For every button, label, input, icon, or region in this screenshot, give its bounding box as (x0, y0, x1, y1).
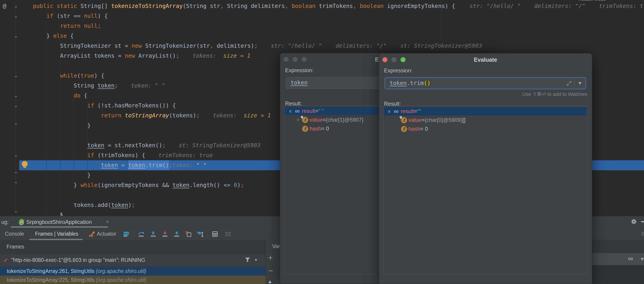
fold-marker-icon[interactable]: ⌄ (13, 152, 19, 158)
scroll-up-icon[interactable]: ▲ (268, 279, 272, 284)
frames-panel-title: Frames (6, 244, 24, 250)
inline-debugger-hint: tokens: size = 1 (192, 51, 250, 61)
intention-lightbulb-icon[interactable] (22, 161, 28, 167)
expression-input[interactable]: token.trim() ⤢ ▼ (385, 77, 586, 89)
tree-expander-icon[interactable]: ∨ (386, 109, 392, 114)
force-step-into-icon[interactable] (162, 231, 168, 238)
fold-marker-icon[interactable]: ⌃ (13, 210, 19, 216)
watches-row-right-strip: ∞ ▼ (592, 253, 644, 266)
result-tree-row[interactable]: fvalue = {char[0]@5909} [] (384, 116, 587, 124)
code-line[interactable]: public static String[] tokenizeToStringA… (33, 1, 644, 11)
add-watch-icon[interactable]: + (268, 253, 273, 262)
fold-marker-icon[interactable]: ⌄ (13, 3, 19, 9)
fold-marker-icon[interactable]: ⌃ (13, 122, 19, 128)
ide-window: @ public static String[] tokenizeToStrin… (0, 0, 644, 284)
inline-debugger-hint: str: "/hello/ " delimiters: "/" st: Stri… (271, 41, 482, 51)
inline-debugger-hint: str: "/hello/ " delimiters: "/" trimToke… (470, 1, 644, 11)
step-into-icon[interactable] (150, 231, 156, 238)
watch-result-glasses-icon: ∞ (394, 108, 398, 114)
frame-row[interactable]: tokenizeToStringArray:261, StringUtils (… (0, 267, 266, 276)
code-line[interactable]: } else { (33, 31, 644, 41)
add-to-watches-hint: Use ⇧⌘⏎ to add to Watches (522, 91, 587, 97)
layout-settings-icon[interactable] (225, 231, 232, 238)
result-tree[interactable]: ∨∞result = ""fvalue = {char[0]@5909} []f… (383, 106, 587, 275)
run-to-cursor-icon[interactable] (197, 231, 204, 238)
inline-debugger-hint: token: " " (172, 160, 206, 170)
field-icon: f (302, 126, 308, 132)
inline-debugger-hint: trimTokens: true (158, 150, 213, 160)
fold-marker-icon[interactable]: ⌄ (13, 13, 19, 19)
expand-editor-icon[interactable]: ⤢ (566, 80, 571, 87)
thread-status-check-icon: ✓ (3, 257, 8, 264)
evaluate-expression-icon[interactable] (212, 231, 218, 238)
thread-selector-row[interactable]: ✓ "http-nio-8080-exec-1"@5,603 in group … (0, 254, 266, 267)
tab-console[interactable]: Console (5, 231, 24, 237)
spring-boot-icon (18, 218, 25, 227)
pin-icon (399, 115, 402, 119)
history-dropdown-icon[interactable]: ▼ (578, 80, 582, 86)
thread-description: "http-nio-8080-exec-1"@5,603 in group "m… (11, 257, 145, 263)
chevron-down-icon[interactable]: ▼ (640, 256, 644, 262)
inline-debugger-hint: tokens: size = 1 (213, 111, 271, 121)
variables-panel-right-strip (592, 240, 644, 253)
fold-marker-icon[interactable]: ⌄ (13, 92, 19, 98)
reader-mode-clipped-text: Reader Mode (578, 0, 624, 2)
debug-prefix-label: ug: (1, 219, 8, 225)
result-tree-row[interactable]: ∨∞result = "" (384, 107, 587, 115)
show-execution-point-icon[interactable] (123, 231, 130, 238)
hide-toolwindow-icon[interactable] (641, 221, 644, 222)
gear-icon[interactable] (630, 218, 637, 226)
dialog-title: Evaluate (379, 56, 592, 63)
fold-marker-icon[interactable]: ⌃ (13, 171, 19, 177)
step-over-icon[interactable] (138, 231, 145, 238)
tab-frames-variables[interactable]: Frames | Variables (35, 231, 78, 237)
watches-glasses-icon: ∞ (628, 254, 633, 263)
run-configuration-tab[interactable]: SrpingbootShiroApplication (26, 219, 92, 225)
close-icon[interactable]: × (106, 219, 109, 225)
code-line[interactable]: return null; (33, 21, 644, 31)
expression-label: Expression: (285, 67, 314, 73)
field-icon: f (302, 117, 308, 123)
chevron-down-icon[interactable]: ▾ (255, 257, 257, 263)
inline-debugger-hint: st: StringTokenizer@5903 (179, 140, 260, 150)
result-tree-row[interactable]: fhash = 0 (384, 125, 587, 133)
fold-marker-icon[interactable]: ⌄ (13, 73, 19, 78)
toolbar-separator (208, 230, 208, 238)
watch-result-glasses-icon: ∞ (295, 108, 300, 114)
code-line[interactable]: if (str == null) { (33, 11, 644, 21)
code-line[interactable]: StringTokenizer st = new StringTokenizer… (33, 41, 644, 51)
field-divider (574, 79, 574, 88)
tree-expander-icon[interactable]: > (295, 117, 301, 122)
remove-watch-icon[interactable]: − (268, 266, 273, 275)
panel-options-icon[interactable] (641, 232, 644, 236)
fold-marker-icon[interactable]: ⌄ (13, 33, 19, 39)
toolbar-separator (134, 230, 134, 238)
field-icon: f (401, 117, 407, 123)
thread-filter-icon[interactable] (244, 257, 251, 264)
actuator-icon (88, 231, 95, 238)
frame-row[interactable]: tokenizeToStringArray:225, StringUtils (… (0, 276, 266, 284)
step-out-icon[interactable] (173, 231, 180, 238)
inline-debugger-hint: token: " " (131, 81, 165, 91)
tab-actuator[interactable]: Actuator (97, 231, 116, 237)
expression-label: Expression: (384, 67, 412, 74)
fold-marker-icon[interactable]: ⌄ (13, 102, 19, 108)
fold-marker-icon[interactable]: ⌃ (13, 181, 19, 187)
text-caret (61, 213, 61, 216)
annotation-gutter-glyph: @ (3, 2, 6, 10)
drop-frame-icon[interactable] (185, 231, 192, 238)
variables-panel-right-strip (592, 266, 644, 284)
tree-expander-icon[interactable]: ∨ (288, 109, 293, 114)
field-icon: f (401, 126, 407, 132)
evaluate-dialog-active[interactable]: Evaluate Expression: token.trim() ⤢ ▼ Us… (379, 53, 592, 284)
